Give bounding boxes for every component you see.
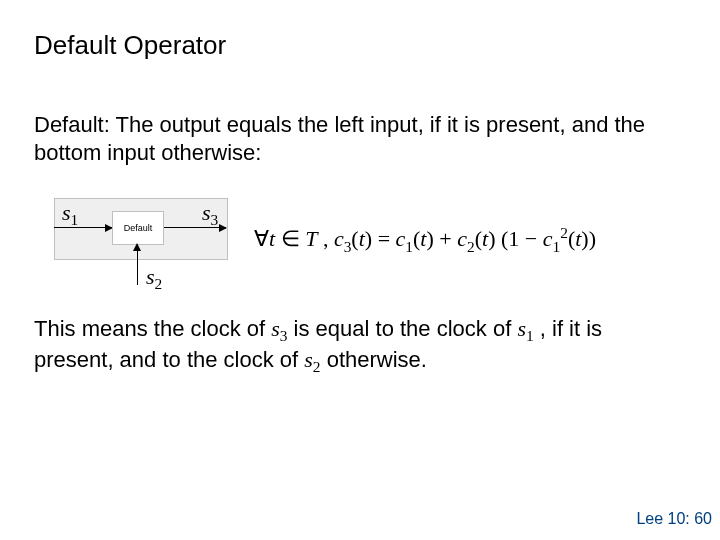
slide-footer: Lee 10: 60 [636, 510, 712, 528]
slide-title: Default Operator [34, 30, 686, 61]
slide: Default Operator Default: The output equ… [0, 0, 720, 540]
explanation-paragraph: This means the clock of s3 is equal to t… [34, 315, 686, 377]
diagram-row: Default s1 s3 s2 ∀t ∈ T , c3(t) = c1(t) … [34, 192, 686, 287]
default-block-diagram: Default s1 s3 s2 [34, 192, 234, 287]
intro-paragraph: Default: The output equals the left inpu… [34, 111, 686, 166]
default-box: Default [112, 211, 164, 245]
default-box-label: Default [124, 223, 153, 233]
clock-equation: ∀t ∈ T , c3(t) = c1(t) + c2(t) (1 − c12(… [254, 224, 596, 256]
label-s1: s1 [62, 200, 78, 229]
bottom-input-arrowhead [133, 243, 141, 251]
label-s3: s3 [202, 200, 218, 229]
label-s2: s2 [146, 264, 162, 293]
bottom-input-line [137, 245, 138, 285]
